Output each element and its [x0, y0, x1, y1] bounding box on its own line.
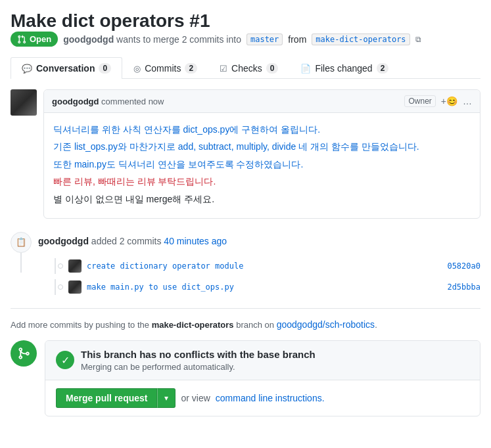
merge-pull-request-button[interactable]: Merge pull request: [56, 388, 157, 408]
merge-section: ✓ This branch has no conflicts with the …: [11, 340, 480, 416]
git-merge-icon: [17, 347, 30, 360]
comment-body: 딕셔너리를 위한 사칙 연산자를 dict_ops.py에 구현하여 올립니다.…: [44, 113, 480, 218]
merge-status-box: ✓ This branch has no conflicts with the …: [45, 340, 480, 416]
commit-message-1[interactable]: create dictionary operator module: [87, 261, 442, 271]
checks-tab-icon: ☑: [220, 64, 227, 74]
push-branch: make-dict-operators: [152, 320, 234, 330]
comment-time: commented now: [101, 97, 164, 106]
pr-author: goodgodgd wants to merge 2 commits into: [63, 34, 241, 45]
or-text: or view: [181, 393, 210, 403]
commit-sha-1[interactable]: 05820a0: [447, 261, 480, 271]
comment-author: goodgodgd: [52, 97, 99, 106]
pr-title: Make dict operators #1: [11, 11, 480, 32]
comment-header-left: goodgodgd commented now: [52, 97, 164, 106]
commit-sha-2[interactable]: 2d5bbba: [447, 282, 480, 292]
base-branch[interactable]: master: [246, 34, 283, 45]
branch-from-label: from: [288, 34, 306, 45]
commits-tab-count: 2: [185, 63, 197, 74]
pr-title-text: Make dict operators: [11, 11, 185, 31]
checks-tab-label: Checks: [231, 63, 262, 74]
timeline-commits-icon: 📋: [11, 232, 32, 253]
copy-branch-icon[interactable]: ⧉: [415, 35, 421, 44]
pr-meta: Open goodgodgd wants to merge 2 commits …: [11, 32, 480, 47]
conversation-tab-count: 0: [99, 63, 111, 74]
commits-list: create dictionary operator module 05820a…: [45, 256, 480, 298]
comment-line-2: 기존 list_ops.py와 마찬가지로 add, subtract, mul…: [53, 139, 471, 154]
owner-badge: Owner: [404, 95, 435, 107]
files-tab-count: 2: [377, 63, 389, 74]
merge-status-header: ✓ This branch has no conflicts with the …: [45, 341, 480, 380]
files-tab-icon: 📄: [300, 64, 311, 74]
more-options-button[interactable]: …: [463, 96, 472, 106]
conversation-tab-label: Conversation: [36, 63, 95, 74]
head-branch[interactable]: make-dict-operators: [312, 34, 409, 45]
tab-commits[interactable]: ◎ Commits 2: [122, 57, 208, 79]
commit-row-1: create dictionary operator module 05820a…: [45, 256, 480, 277]
comment-line-5: 별 이상이 없으면 내일 merge해 주세요.: [53, 192, 471, 206]
comment-header: goodgodgd commented now Owner +😊 …: [44, 90, 480, 113]
checks-tab-count: 0: [266, 63, 279, 74]
timeline-author: goodgodgd: [38, 236, 89, 246]
comment-line-1: 딕셔너리를 위한 사칙 연산자를 dict_ops.py에 구현하여 올립니다.: [53, 122, 471, 137]
avatar: [11, 89, 37, 116]
comment-line-4: 빠른 리뷰, 빠때리는 리뷰 부탁드립니다.: [53, 174, 471, 189]
main-content: goodgodgd commented now Owner +😊 … 딕셔너리를…: [11, 79, 480, 416]
tab-files-changed[interactable]: 📄 Files changed 2: [289, 57, 400, 79]
check-circle: ✓: [56, 351, 74, 369]
commit-dot-2: [58, 284, 63, 290]
git-pull-request-icon: [17, 35, 26, 44]
merge-action-row: Merge pull request ▾ or view command lin…: [45, 380, 480, 416]
merge-dropdown-button[interactable]: ▾: [157, 388, 175, 408]
comment-block: goodgodgd commented now Owner +😊 … 딕셔너리를…: [11, 89, 480, 219]
files-tab-label: Files changed: [315, 63, 372, 74]
comment-header-right: Owner +😊 …: [404, 95, 472, 107]
comment-line-3: 또한 main.py도 딕셔너리 연산을 보여주도록 수정하였습니다.: [53, 157, 471, 171]
commit-avatar-2: [68, 280, 82, 294]
repo-link[interactable]: goodgodgd/sch-robotics: [277, 319, 375, 330]
commit-row-2: make main.py to use dict_ops.py 2d5bbba: [45, 277, 480, 298]
merge-btn-group: Merge pull request ▾: [56, 388, 175, 408]
commits-tab-icon: ◎: [133, 64, 141, 74]
commit-dot-1: [58, 263, 63, 269]
commit-message-2[interactable]: make main.py to use dict_ops.py: [87, 282, 442, 292]
merge-icon-box: [11, 340, 37, 367]
merge-status-text: This branch has no conflicts with the ba…: [81, 349, 316, 372]
add-reaction-button[interactable]: +😊: [441, 96, 457, 106]
merge-status-sub: Merging can be performed automatically.: [81, 362, 235, 372]
timeline-time[interactable]: 40 minutes ago: [164, 236, 227, 246]
conversation-tab-icon: 💬: [22, 64, 32, 74]
command-line-link[interactable]: command line instructions.: [216, 393, 325, 403]
timeline-section: 📋 goodgodgd added 2 commits 40 minutes a…: [11, 232, 480, 253]
merge-status-title: This branch has no conflicts with the ba…: [81, 349, 316, 360]
timeline-text: goodgodgd added 2 commits 40 minutes ago: [38, 232, 227, 246]
divider: [11, 308, 480, 309]
open-badge: Open: [11, 32, 58, 47]
commits-tab-label: Commits: [145, 63, 181, 74]
commit-avatar-1: [68, 259, 82, 273]
comment-box: goodgodgd commented now Owner +😊 … 딕셔너리를…: [43, 89, 480, 219]
tab-checks[interactable]: ☑ Checks 0: [208, 57, 289, 79]
timeline-action: added 2 commits: [91, 236, 164, 246]
pr-number: #1: [189, 11, 210, 31]
tabs-nav: 💬 Conversation 0 ◎ Commits 2 ☑ Checks 0 …: [11, 57, 480, 79]
tab-conversation[interactable]: 💬 Conversation 0: [11, 57, 122, 79]
push-info: Add more commits by pushing to the make-…: [11, 319, 480, 330]
